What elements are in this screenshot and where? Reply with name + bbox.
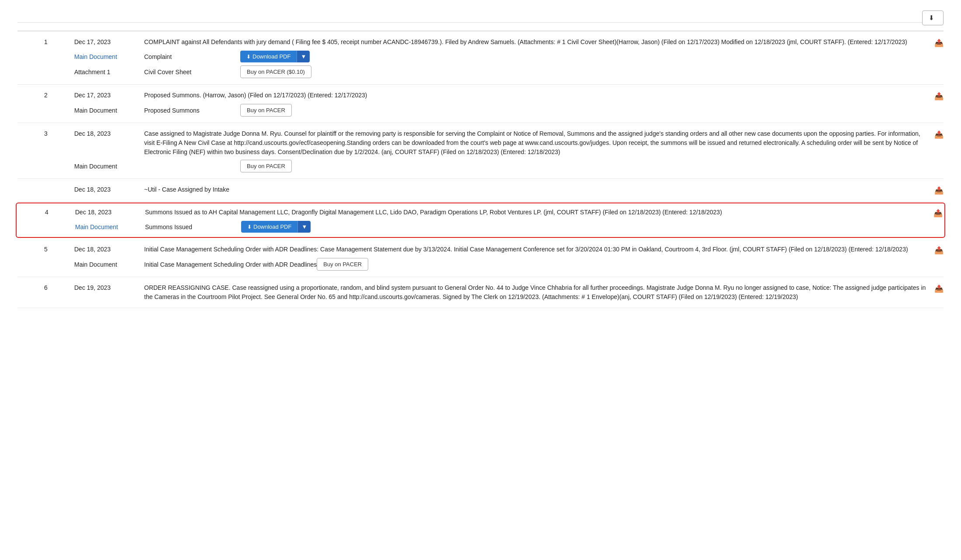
buy-on-pacer-button[interactable]: Buy on PACER	[317, 258, 368, 271]
share-cell: 📤	[925, 208, 943, 218]
doc-number: 4	[18, 208, 75, 216]
description-cell: Case assigned to Magistrate Judge Donna …	[144, 129, 926, 157]
attachment-row: Main DocumentProposed SummonsBuy on PACE…	[17, 104, 944, 117]
table-row: Dec 18, 2023~Util - Case Assigned by Int…	[17, 179, 944, 202]
attachment-label: Attachment 1	[74, 69, 144, 76]
download-pdf-button[interactable]: ⬇ Download PDF	[241, 221, 297, 233]
share-icon[interactable]: 📤	[934, 38, 944, 48]
table-header: ⬇	[17, 10, 944, 31]
doc-number: 5	[17, 245, 74, 253]
export-csv-button[interactable]: ⬇	[922, 10, 944, 25]
date-filed: Dec 18, 2023	[74, 129, 144, 137]
page-wrapper: ⬇ 1Dec 17, 2023COMPLAINT against All Def…	[0, 0, 961, 319]
doc-number: 2	[17, 91, 74, 99]
attachment-desc: Summons Issued	[145, 223, 241, 230]
date-filed: Dec 19, 2023	[74, 283, 144, 291]
share-cell: 📤	[926, 185, 944, 195]
table-row: 6Dec 19, 2023ORDER REASSIGNING CASE. Cas…	[17, 277, 944, 308]
export-icon: ⬇	[929, 14, 934, 22]
attachment-row: Main DocumentInitial Case Management Sch…	[17, 258, 944, 271]
share-icon[interactable]: 📤	[934, 130, 944, 139]
attachment-label[interactable]: Main Document	[74, 53, 144, 60]
attachment-label: Main Document	[74, 107, 144, 114]
buy-on-pacer-button[interactable]: Buy on PACER	[240, 104, 292, 117]
attachment-row: Main DocumentBuy on PACER	[17, 160, 944, 172]
description-cell: Proposed Summons. (Harrow, Jason) (Filed…	[144, 91, 926, 100]
share-cell: 📤	[926, 245, 944, 255]
attachment-label: Main Document	[74, 261, 144, 268]
description-cell: COMPLAINT against All Defendants with ju…	[144, 38, 926, 47]
share-icon[interactable]: 📤	[934, 246, 944, 255]
attachment-row: Main DocumentComplaint⬇ Download PDF▼	[17, 51, 944, 62]
date-filed: Dec 18, 2023	[74, 185, 144, 193]
share-icon[interactable]: 📤	[933, 209, 943, 218]
doc-number: 1	[17, 38, 74, 45]
doc-number: 3	[17, 129, 74, 137]
attachment-desc: Civil Cover Sheet	[144, 69, 240, 76]
attachment-desc: Proposed Summons	[144, 107, 240, 114]
download-pdf-dropdown[interactable]: ▼	[297, 51, 310, 62]
table-row: 2Dec 17, 2023Proposed Summons. (Harrow, …	[17, 85, 944, 123]
table-row: 1Dec 17, 2023COMPLAINT against All Defen…	[17, 31, 944, 85]
share-cell: 📤	[926, 91, 944, 101]
date-filed: Dec 17, 2023	[74, 91, 144, 99]
share-cell: 📤	[926, 283, 944, 293]
description-cell: ORDER REASSIGNING CASE. Case reassigned …	[144, 283, 926, 302]
attachment-desc: Initial Case Management Scheduling Order…	[144, 261, 317, 268]
share-cell: 📤	[926, 129, 944, 139]
description-cell: Summons Issued as to AH Capital Manageme…	[145, 208, 925, 217]
description-cell: ~Util - Case Assigned by Intake	[144, 185, 926, 194]
date-filed: Dec 17, 2023	[74, 38, 144, 45]
share-icon[interactable]: 📤	[934, 284, 944, 293]
table-row: 4Dec 18, 2023Summons Issued as to AH Cap…	[16, 203, 945, 238]
share-cell: 📤	[926, 38, 944, 48]
download-pdf-button[interactable]: ⬇ Download PDF	[240, 51, 297, 62]
share-icon[interactable]: 📤	[934, 186, 944, 195]
doc-number	[17, 185, 74, 186]
table-row: 3Dec 18, 2023Case assigned to Magistrate…	[17, 123, 944, 179]
doc-number: 6	[17, 283, 74, 291]
attachment-row: Main DocumentSummons Issued⬇ Download PD…	[18, 221, 943, 233]
attachment-row: Attachment 1Civil Cover SheetBuy on PACE…	[17, 65, 944, 78]
buy-on-pacer-price-button[interactable]: Buy on PACER ($0.10)	[240, 65, 311, 78]
col-headers	[17, 14, 922, 23]
buy-on-pacer-button[interactable]: Buy on PACER	[240, 160, 292, 172]
attachment-label: Main Document	[74, 163, 144, 170]
download-pdf-dropdown[interactable]: ▼	[297, 221, 311, 233]
attachment-label[interactable]: Main Document	[75, 223, 145, 230]
table-body: 1Dec 17, 2023COMPLAINT against All Defen…	[17, 31, 944, 308]
date-filed: Dec 18, 2023	[74, 245, 144, 253]
table-row: 5Dec 18, 2023Initial Case Management Sch…	[17, 239, 944, 277]
description-cell: Initial Case Management Scheduling Order…	[144, 245, 926, 254]
attachment-desc: Complaint	[144, 53, 240, 60]
share-icon[interactable]: 📤	[934, 92, 944, 101]
date-filed: Dec 18, 2023	[75, 208, 145, 216]
